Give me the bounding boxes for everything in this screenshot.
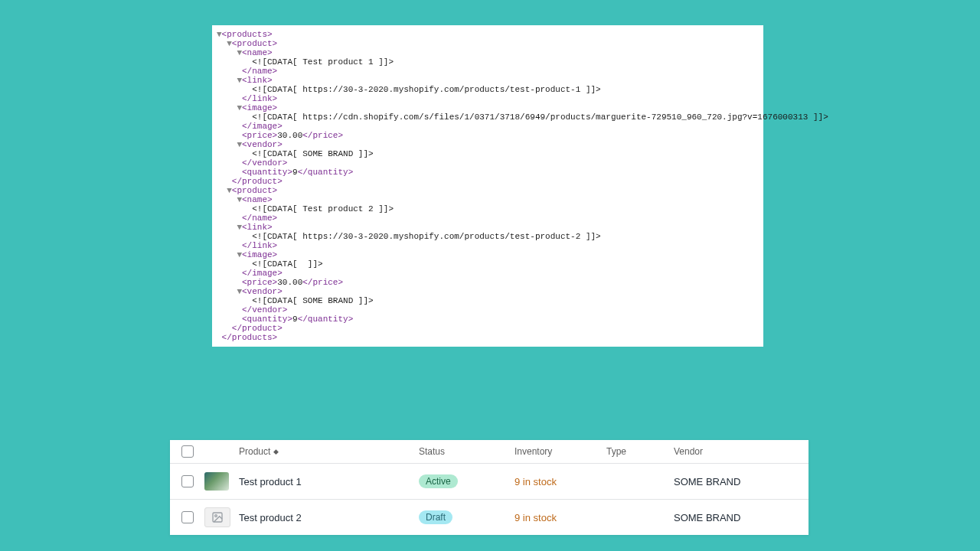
xml-line: <quantity>9</quantity> bbox=[212, 168, 763, 177]
vendor-value: SOME BRAND bbox=[674, 512, 740, 523]
tree-toggle-icon[interactable]: ▼ bbox=[227, 39, 232, 48]
inventory-value: 9 in stock bbox=[514, 512, 557, 523]
header-type-label: Type bbox=[606, 446, 626, 457]
xml-line: ▼<vendor> bbox=[212, 287, 763, 296]
tree-toggle-icon[interactable]: ▼ bbox=[217, 30, 222, 39]
product-name: Test product 1 bbox=[239, 476, 302, 487]
inventory-value: 9 in stock bbox=[514, 476, 557, 487]
xml-line: ▼<product> bbox=[212, 39, 763, 48]
header-vendor-label: Vendor bbox=[674, 446, 703, 457]
xml-line: <price>30.00</price> bbox=[212, 131, 763, 140]
header-inventory[interactable]: Inventory bbox=[514, 446, 606, 457]
header-vendor[interactable]: Vendor bbox=[674, 446, 797, 457]
xml-line: <![CDATA[ Test product 1 ]]> bbox=[212, 57, 763, 67]
xml-line: </link> bbox=[212, 94, 763, 103]
xml-line: ▼<product> bbox=[212, 186, 763, 195]
status-badge: Draft bbox=[419, 510, 452, 524]
table-row[interactable]: Test product 1Active9 in stockSOME BRAND bbox=[170, 463, 808, 499]
svg-point-1 bbox=[215, 515, 217, 517]
xml-line: </product> bbox=[212, 324, 763, 333]
table-row[interactable]: Test product 2Draft9 in stockSOME BRAND bbox=[170, 499, 808, 535]
header-status-label: Status bbox=[419, 446, 445, 457]
xml-line: </products> bbox=[212, 333, 763, 342]
xml-line: ▼<vendor> bbox=[212, 140, 763, 149]
xml-line: <![CDATA[ SOME BRAND ]]> bbox=[212, 149, 763, 158]
xml-line: <quantity>9</quantity> bbox=[212, 315, 763, 324]
product-thumbnail[interactable] bbox=[204, 472, 229, 491]
xml-line: </image> bbox=[212, 269, 763, 278]
xml-line: ▼<name> bbox=[212, 195, 763, 204]
xml-line: </name> bbox=[212, 214, 763, 223]
header-product-label: Product bbox=[239, 446, 270, 457]
xml-line: <![CDATA[ https://30-3-2020.myshopify.co… bbox=[212, 232, 763, 241]
xml-tree-panel: ▼<products> ▼<product> ▼<name> <![CDATA[… bbox=[212, 25, 763, 347]
header-product[interactable]: Product ◆ bbox=[239, 446, 419, 457]
xml-line: ▼<image> bbox=[212, 250, 763, 259]
xml-line: <![CDATA[ SOME BRAND ]]> bbox=[212, 296, 763, 305]
header-status[interactable]: Status bbox=[419, 446, 514, 457]
tree-toggle-icon[interactable]: ▼ bbox=[227, 186, 232, 195]
header-type[interactable]: Type bbox=[606, 446, 674, 457]
xml-line: <![CDATA[ ]]> bbox=[212, 259, 763, 269]
xml-line: <![CDATA[ https://cdn.shopify.com/s/file… bbox=[212, 112, 763, 122]
xml-line: </name> bbox=[212, 67, 763, 76]
products-table: Product ◆ Status Inventory Type Vendor T… bbox=[170, 440, 808, 535]
xml-line: </product> bbox=[212, 177, 763, 186]
xml-line: ▼<image> bbox=[212, 103, 763, 112]
xml-line: <![CDATA[ Test product 2 ]]> bbox=[212, 204, 763, 214]
header-inventory-label: Inventory bbox=[514, 446, 552, 457]
xml-line: ▼<products> bbox=[212, 30, 763, 39]
row-checkbox[interactable] bbox=[181, 511, 194, 523]
select-all-checkbox[interactable] bbox=[181, 445, 194, 458]
xml-line: <price>30.00</price> bbox=[212, 278, 763, 287]
xml-line: <![CDATA[ https://30-3-2020.myshopify.co… bbox=[212, 85, 763, 94]
status-badge: Active bbox=[419, 474, 458, 488]
row-checkbox[interactable] bbox=[181, 475, 194, 487]
xml-line: ▼<link> bbox=[212, 76, 763, 85]
sort-icon: ◆ bbox=[273, 448, 279, 455]
vendor-value: SOME BRAND bbox=[674, 476, 740, 487]
table-header-row: Product ◆ Status Inventory Type Vendor bbox=[170, 440, 808, 463]
xml-line: ▼<name> bbox=[212, 48, 763, 57]
xml-line: </vendor> bbox=[212, 305, 763, 315]
xml-line: </vendor> bbox=[212, 158, 763, 168]
image-placeholder-icon[interactable] bbox=[204, 507, 230, 527]
product-name: Test product 2 bbox=[239, 512, 302, 523]
xml-line: </image> bbox=[212, 122, 763, 131]
xml-line: ▼<link> bbox=[212, 223, 763, 232]
xml-line: </link> bbox=[212, 241, 763, 250]
